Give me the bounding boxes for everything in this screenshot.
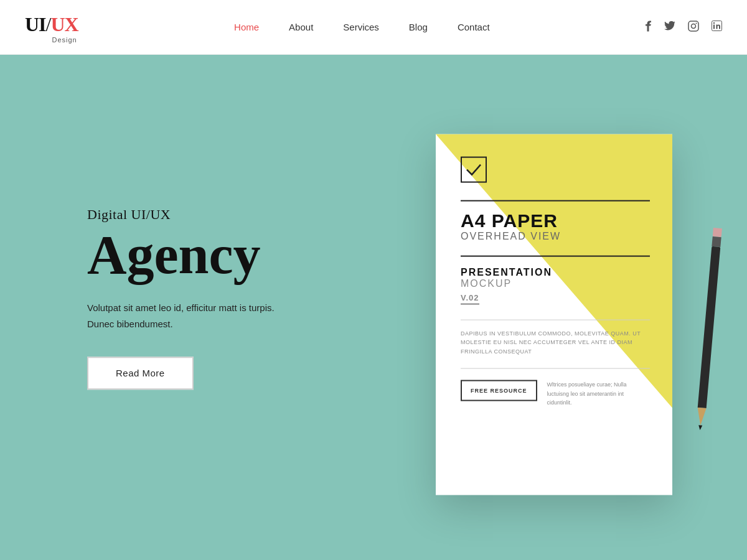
hero-section: Digital UI/UX Agency Volutpat sit amet l… (0, 55, 747, 560)
nav-about[interactable]: About (289, 22, 313, 32)
pencil-point (698, 425, 703, 430)
svg-point-1 (692, 24, 696, 28)
linkedin-icon[interactable] (712, 21, 722, 34)
mockup-mockup: MOCKUP (461, 278, 650, 289)
twitter-icon[interactable] (664, 21, 675, 33)
facebook-icon[interactable] (646, 21, 652, 34)
hero-subtitle: Digital UI/UX (87, 207, 286, 223)
pencil-tip (696, 408, 706, 426)
checkbox-icon (461, 157, 487, 183)
logo-slash: / (46, 13, 51, 36)
nav-contact[interactable]: Contact (458, 22, 490, 32)
mockup-small-text: DAPIBUS IN VESTIBULUM COMMODO, MOLEVITAE… (461, 329, 650, 356)
divider-2 (461, 256, 650, 257)
read-more-button[interactable]: Read More (87, 357, 194, 390)
svg-point-5 (713, 22, 715, 24)
svg-rect-0 (688, 21, 698, 31)
mockup-title-sub: OVERHEAD VIEW (461, 231, 650, 242)
instagram-icon[interactable] (688, 21, 699, 34)
mockup-title-large: A4 PAPER (461, 210, 650, 231)
logo: UI / UX Design (25, 13, 78, 41)
mockup-content: A4 PAPER OVERHEAD VIEW PRESENTATION MOCK… (436, 134, 672, 495)
mockup-presentation: PRESENTATION (461, 267, 650, 278)
svg-point-2 (696, 22, 697, 24)
divider-1 (461, 200, 650, 202)
logo-ux-text: UX (50, 13, 78, 36)
logo-design-text: Design (52, 36, 77, 44)
hero-description: Volutpat sit amet leo id, efficitur matt… (87, 300, 286, 332)
mockup-wrapper: A4 PAPER OVERHEAD VIEW PRESENTATION MOCK… (436, 134, 685, 495)
hero-content: Digital UI/UX Agency Volutpat sit amet l… (87, 207, 286, 390)
header: UI / UX Design Home About Services Blog … (0, 0, 747, 55)
free-resource-button[interactable]: FREE RESOURCE (461, 380, 537, 401)
hero-title: Agency (87, 228, 286, 282)
pencil-eraser (713, 228, 722, 237)
pencil-body (698, 246, 721, 408)
svg-rect-4 (713, 25, 715, 29)
pencil-decoration (695, 228, 723, 427)
logo-ui-text: UI (25, 13, 46, 36)
main-nav: Home About Services Blog Contact (234, 22, 489, 32)
mockup-card: A4 PAPER OVERHEAD VIEW PRESENTATION MOCK… (436, 134, 672, 495)
mockup-side-text: Wltrices posueliaye curae; Nulla luctuis… (547, 380, 650, 407)
nav-home[interactable]: Home (234, 22, 259, 32)
mockup-bottom-row: FREE RESOURCE Wltrices posueliaye curae;… (461, 380, 650, 407)
nav-services[interactable]: Services (343, 22, 379, 32)
divider-4 (461, 368, 650, 369)
logo-ux-wrap: UX Design (50, 13, 78, 41)
pencil-grip (712, 236, 721, 247)
divider-3 (461, 320, 650, 320)
nav-blog[interactable]: Blog (409, 22, 428, 32)
mockup-version: V.02 (461, 293, 479, 305)
social-links (646, 21, 722, 34)
